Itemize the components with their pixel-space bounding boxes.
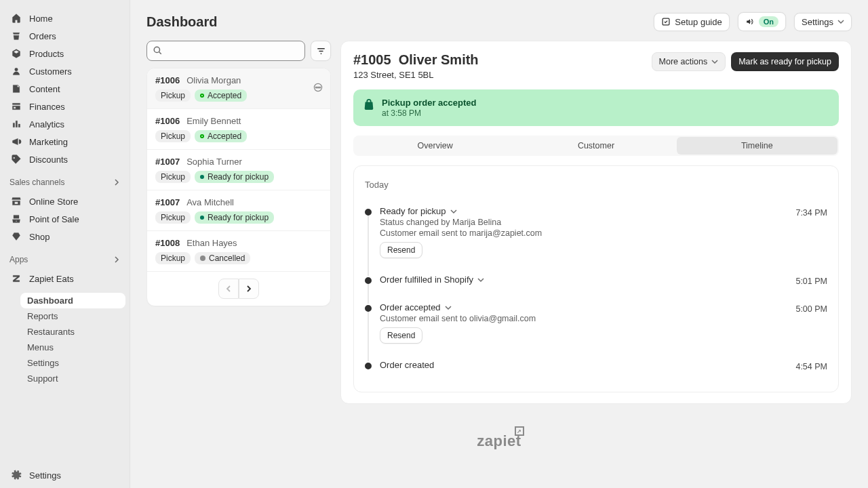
- more-actions-label: More actions: [659, 57, 708, 66]
- appnav-reports-label: Reports: [27, 311, 58, 321]
- tab-overview[interactable]: Overview: [355, 137, 515, 155]
- filter-button[interactable]: [311, 41, 331, 61]
- app-zapiet-eats-label: Zapiet Eats: [29, 274, 74, 284]
- appnav-support[interactable]: Support: [20, 371, 125, 386]
- method-badge: Pickup: [155, 211, 191, 224]
- sales-channels-header[interactable]: Sales channels: [0, 171, 130, 190]
- resend-button[interactable]: Resend: [380, 242, 422, 258]
- app-zapiet-eats[interactable]: Zapiet Eats: [4, 270, 125, 287]
- channel-point-of-sale[interactable]: Point of Sale: [4, 210, 125, 228]
- timeline-event-title[interactable]: Ready for pickup: [380, 206, 457, 216]
- appnav-menus[interactable]: Menus: [20, 340, 125, 355]
- main: Dashboard Setup guide On Settings: [130, 0, 868, 488]
- status-dot-icon: [200, 94, 204, 98]
- status-badge: Accepted: [195, 89, 247, 102]
- appnav-dashboard[interactable]: Dashboard: [20, 293, 125, 308]
- nav-customers[interactable]: Customers: [4, 62, 125, 80]
- nav-customers-label: Customers: [29, 66, 72, 77]
- timeline-event-title: Order created: [380, 360, 434, 370]
- nav-analytics[interactable]: Analytics: [4, 115, 125, 133]
- order-id: #1008: [155, 238, 180, 248]
- order-card[interactable]: #1006 Olivia Morgan Pickup Accepted: [147, 68, 330, 109]
- nav-products[interactable]: Products: [4, 45, 125, 62]
- order-card[interactable]: #1006 Emily Bennett Pickup Accepted: [147, 109, 330, 150]
- timeline-dot-icon: [365, 363, 372, 369]
- channel-shop-label: Shop: [29, 232, 50, 242]
- status-dot-icon: [200, 175, 204, 179]
- appnav-dashboard-label: Dashboard: [27, 296, 73, 306]
- appnav-support-label: Support: [27, 373, 58, 384]
- availability-status: On: [759, 16, 778, 27]
- appnav-settings[interactable]: Settings: [20, 355, 125, 371]
- appnav-restaurants[interactable]: Restaurants: [20, 324, 125, 340]
- timeline-event-title[interactable]: Order accepted: [380, 302, 452, 312]
- chevron-right-icon: [113, 179, 120, 186]
- method-badge: Pickup: [155, 130, 191, 142]
- timeline-time: 5:01 PM: [795, 277, 827, 286]
- timeline-event: Ready for pickup Status changed by Marij…: [365, 201, 827, 269]
- primary-action-button[interactable]: Mark as ready for pickup: [731, 52, 839, 71]
- setup-guide-button[interactable]: Setup guide: [654, 13, 729, 31]
- availability-toggle[interactable]: On: [738, 12, 786, 31]
- timeline-time: 5:00 PM: [795, 304, 827, 314]
- channel-point-of-sale-label: Point of Sale: [29, 214, 79, 224]
- channel-online-store-label: Online Store: [29, 197, 78, 207]
- shop-icon: [11, 231, 22, 242]
- status-banner: Pickup order accepted at 3:58 PM: [353, 89, 839, 126]
- tab-timeline[interactable]: Timeline: [677, 137, 837, 155]
- timeline-section-label: Today: [365, 180, 827, 190]
- nav-apps: Zapiet Eats: [0, 267, 130, 290]
- settings-menu-button[interactable]: Settings: [794, 13, 852, 31]
- nav-content-label: Content: [29, 84, 60, 94]
- order-card[interactable]: #1008 Ethan Hayes Pickup Cancelled: [147, 231, 330, 272]
- order-card[interactable]: #1007 Ava Mitchell Pickup Ready for pick…: [147, 190, 330, 231]
- marketing-icon: [11, 136, 22, 147]
- timeline-meta: Customer email sent to olivia@gmail.com: [380, 314, 787, 323]
- row-handle-icon[interactable]: [313, 82, 323, 93]
- tab-customer[interactable]: Customer: [515, 137, 676, 155]
- timeline-event-title[interactable]: Order fulfilled in Shopify: [380, 274, 484, 285]
- primary-action-label: Mark as ready for pickup: [738, 57, 831, 66]
- nav-home[interactable]: Home: [4, 9, 125, 27]
- svg-point-1: [154, 47, 159, 52]
- more-actions-button[interactable]: More actions: [652, 52, 726, 71]
- order-id: #1007: [155, 197, 180, 207]
- channel-online-store[interactable]: Online Store: [4, 192, 125, 210]
- orders-column: #1006 Olivia Morgan Pickup Accepted #100…: [146, 41, 331, 404]
- detail-header: #1005 Oliver Smith 123 Street, SE1 5BL M…: [353, 52, 839, 80]
- apps-header[interactable]: Apps: [0, 248, 130, 267]
- detail-actions: More actions Mark as ready for pickup: [652, 52, 839, 71]
- order-card[interactable]: #1007 Sophia Turner Pickup Ready for pic…: [147, 150, 330, 190]
- status-dot-icon: [200, 256, 205, 261]
- sidebar-settings[interactable]: Settings: [4, 466, 125, 484]
- resend-button[interactable]: Resend: [380, 327, 422, 344]
- bag-icon: [363, 98, 375, 110]
- svg-point-5: [319, 87, 321, 88]
- nav-marketing[interactable]: Marketing: [4, 133, 125, 150]
- timeline-event: Order created 4:54 PM: [365, 354, 827, 382]
- appnav-restaurants-label: Restaurants: [27, 327, 75, 337]
- searchbar: [146, 41, 331, 61]
- order-id: #1007: [155, 157, 180, 167]
- footer-brand: zapiet↗: [477, 432, 521, 450]
- search-input[interactable]: [146, 41, 305, 61]
- nav-discounts[interactable]: Discounts: [4, 150, 125, 168]
- nav-discounts-label: Discounts: [29, 155, 68, 165]
- nav-products-label: Products: [29, 49, 64, 59]
- nav-content[interactable]: Content: [4, 80, 125, 98]
- chevron-down-icon: [837, 18, 844, 25]
- appnav-reports[interactable]: Reports: [20, 308, 125, 324]
- next-page-button[interactable]: [239, 279, 259, 299]
- timeline-dot-icon: [365, 305, 372, 312]
- brand-wordmark: zapiet↗: [477, 432, 521, 450]
- nav-orders[interactable]: Orders: [4, 27, 125, 45]
- nav-home-label: Home: [29, 14, 53, 24]
- channel-shop[interactable]: Shop: [4, 228, 125, 245]
- nav-primary: Home Orders Products Customers Content F…: [0, 7, 130, 171]
- nav-finances[interactable]: Finances: [4, 98, 125, 115]
- sales-channels-label: Sales channels: [9, 178, 64, 187]
- sidebar-settings-label: Settings: [29, 470, 61, 481]
- content: #1006 Olivia Morgan Pickup Accepted #100…: [130, 31, 868, 416]
- order-customer: Ava Mitchell: [186, 197, 234, 207]
- svg-point-4: [315, 87, 317, 88]
